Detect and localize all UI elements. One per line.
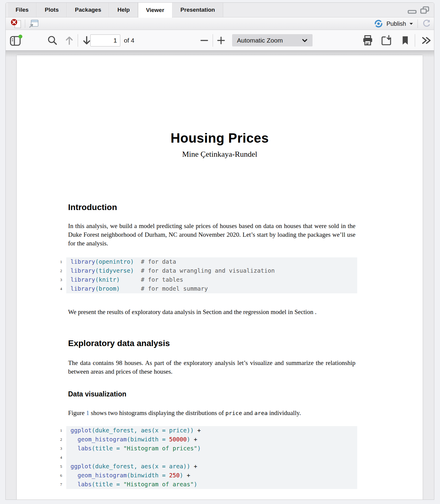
tab-label: Help [117,7,130,13]
print-icon[interactable] [362,30,373,51]
toolbar-divider [415,34,415,47]
code-row: 2library(tidyverse) # for data wrangling… [54,266,357,275]
maximize-icon[interactable] [420,6,430,14]
paragraph-eda: The data contains 98 houses. As part of … [68,359,355,376]
download-icon[interactable] [381,30,392,51]
zoom-select-label: Automatic Zoom [237,37,302,44]
code-line: library(broom) # for model summary [66,284,357,293]
toolbar-divider [25,19,25,28]
code-line-number: 4 [54,284,66,293]
subsection-heading-dataviz: Data visualization [68,390,126,398]
tab-label: Viewer [146,7,164,13]
zoom-out-icon[interactable] [200,30,208,51]
paragraph-introduction: In this analysis, we build a model predi… [68,222,355,248]
tab-viewer[interactable]: Viewer [138,3,172,18]
code-row: 6 geom_histogram(binwidth = 250) + [54,471,357,480]
code-line: library(openintro) # for data [66,257,357,266]
toolbar-divider [213,34,213,47]
toolbar-divider [78,34,78,47]
code-row: 7 labs(title = "Histogram of areas") [54,480,357,489]
code-line: library(tidyverse) # for data wrangling … [66,266,357,275]
code-row: 5ggplot(duke_forest, aes(x = area)) + [54,462,357,471]
publish-button[interactable]: Publish [386,20,406,27]
code-line-number: 1 [54,426,66,435]
sidebar-toggle-button[interactable] [9,30,22,51]
zoom-select[interactable]: Automatic Zoom [232,34,313,46]
popout-window-icon[interactable] [28,19,39,28]
code-line: library(knitr) # for tables [66,275,357,284]
text-segment: shows two histograms displaying the dist… [89,409,226,417]
code-line-number: 4 [54,453,66,462]
code-line: ggplot(duke_forest, aes(x = area)) + [66,462,357,471]
code-line-number: 2 [54,266,66,275]
tab-help[interactable]: Help [109,3,138,17]
code-line: labs(title = "Histogram of areas") [66,480,357,489]
code-row: 1library(openintro) # for data [54,257,357,266]
viewer-area[interactable]: Housing Prices Mine Çetinkaya-Rundel Int… [6,51,434,500]
code-row: 4library(broom) # for model summary [54,284,357,293]
zoom-in-icon[interactable] [217,30,225,51]
tab-presentation[interactable]: Presentation [172,3,223,17]
code-block-ggplot: 1ggplot(duke_forest, aes(x = price)) +2 … [54,426,357,489]
code-line-number: 3 [54,275,66,284]
figure-reference-link[interactable]: 1 [86,409,89,417]
clear-viewer-icon[interactable] [10,19,22,29]
text-segment: individually. [268,409,301,417]
code-line-number: 6 [54,471,66,480]
code-line-number: 1 [54,257,66,266]
code-line: labs(title = "Histogram of prices") [66,444,357,453]
tab-label: Packages [75,7,101,13]
code-block-libraries: 1library(openintro) # for data2library(t… [54,257,357,293]
tab-label: Plots [45,7,58,13]
code-line: geom_histogram(binwidth = 250) + [66,471,357,480]
code-line: geom_histogram(binwidth = 50000) + [66,435,357,444]
publish-caret-down-icon[interactable] [409,22,413,25]
code-row: 1ggplot(duke_forest, aes(x = price)) + [54,426,357,435]
text-segment: and [242,409,254,417]
page-count-label: of 4 [124,37,134,44]
more-tools-icon[interactable] [421,30,432,51]
search-icon[interactable] [47,30,58,51]
bookmark-icon[interactable] [402,30,409,51]
toolbar-divider [418,19,418,28]
paragraph-figure: Figure 1 shows two histograms displaying… [68,409,355,417]
code-line-number: 3 [54,444,66,453]
paragraph-sections-ref: We present the results of exploratory da… [68,308,355,316]
viewer-pane: Files Plots Packages Help Viewer Present… [5,2,434,500]
section-heading-eda: Exploratory data analysis [68,339,170,348]
code-row: 4 [54,453,357,462]
sidebar-notification-dot [19,34,22,38]
minimize-icon[interactable] [408,6,417,14]
code-line-number: 5 [54,462,66,471]
tab-packages[interactable]: Packages [67,3,109,17]
document-author: Mine Çetinkaya-Rundel [68,150,372,159]
pdf-page: Housing Prices Mine Çetinkaya-Rundel Int… [17,55,423,500]
code-line-number: 7 [54,480,66,489]
section-heading-introduction: Introduction [68,203,117,212]
code-row: 3library(knitr) # for tables [54,275,357,284]
page-number-input[interactable] [90,34,120,46]
code-line [66,453,357,462]
previous-page-icon[interactable] [64,30,74,51]
tab-bar: Files Plots Packages Help Viewer Present… [6,3,434,17]
pdfjs-toolbar: of 4 Automatic Zoom [6,30,434,51]
tab-plots[interactable]: Plots [37,3,67,17]
inline-code: area [254,410,268,416]
code-line-number: 2 [54,435,66,444]
chevron-down-icon [302,38,308,43]
inline-code: price [225,410,242,416]
code-row: 2 geom_histogram(binwidth = 50000) + [54,435,357,444]
pane-window-controls [408,3,430,17]
tab-label: Presentation [181,7,215,13]
text-segment: Figure [68,409,86,417]
code-line: ggplot(duke_forest, aes(x = price)) + [66,426,357,435]
refresh-icon[interactable] [422,19,432,28]
document-title: Housing Prices [68,131,372,146]
publish-icon [374,19,383,28]
viewer-toolbar: Publish [6,17,434,30]
code-row: 3 labs(title = "Histogram of prices") [54,444,357,453]
tab-files[interactable]: Files [7,3,37,17]
tab-label: Files [16,7,28,13]
